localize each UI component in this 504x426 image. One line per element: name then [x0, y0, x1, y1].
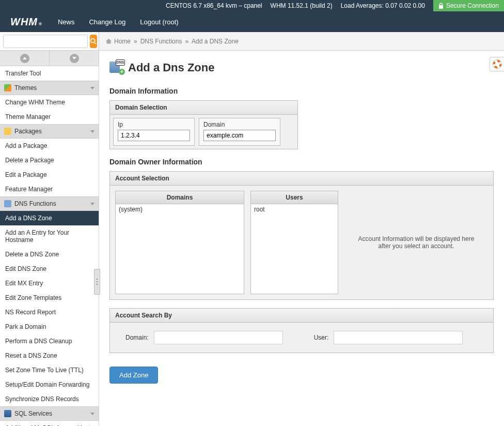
lock-icon: [438, 3, 444, 9]
sql-icon: [4, 410, 11, 417]
section-domain-info: Domain Information: [109, 87, 494, 95]
status-bar: CENTOS 6.7 x86_64 kvm – cpanel WHM 11.52…: [0, 0, 504, 11]
page-title-icon: DNS +: [109, 62, 124, 74]
sidebar-item-park-domain[interactable]: Park a Domain: [0, 320, 99, 334]
panel-account-selection: Account Selection: [110, 172, 493, 186]
sidebar-item-ns-record[interactable]: NS Record Report: [0, 305, 99, 320]
sidebar-cat-themes[interactable]: Themes: [0, 81, 99, 95]
sidebar-item-add-dns-zone[interactable]: Add a DNS Zone: [0, 211, 99, 225]
label-ip: Ip: [118, 121, 190, 128]
chevron-down-icon: [90, 413, 94, 415]
sidebar-item-add-package[interactable]: Add a Package: [0, 139, 99, 153]
add-zone-button[interactable]: Add Zone: [109, 367, 158, 384]
sidebar-item-edit-package[interactable]: Edit a Package: [0, 168, 99, 182]
whm-logo: WHM®: [10, 16, 42, 28]
header-nav: WHM® News Change Log Logout (root): [0, 11, 504, 32]
nav-news[interactable]: News: [58, 18, 75, 26]
users-option-root[interactable]: root: [251, 204, 338, 215]
svg-point-0: [91, 38, 95, 42]
sidebar-splitter[interactable]: [94, 269, 100, 295]
nav-logout[interactable]: Logout (root): [140, 18, 178, 26]
col-users: Users: [250, 191, 338, 204]
breadcrumb: Home » DNS Functions » Add a DNS Zone: [99, 32, 504, 50]
sidebar-item-sync-dns[interactable]: Synchronize DNS Records: [0, 392, 99, 406]
sidebar-item-dns-cleanup[interactable]: Perform a DNS Cleanup: [0, 334, 99, 348]
sidebar-expand-all[interactable]: [50, 51, 99, 66]
status-os: CENTOS 6.7 x86_64 kvm – cpanel: [166, 2, 262, 9]
packages-icon: [4, 128, 11, 135]
search-domain-input[interactable]: [154, 331, 283, 344]
section-owner-info: Domain Owner Information: [109, 158, 494, 166]
input-domain[interactable]: [203, 130, 276, 141]
status-load: Load Averages: 0.07 0.02 0.00: [341, 2, 425, 9]
status-whm: WHM 11.52.1 (build 2): [271, 2, 333, 9]
sidebar-item-reset-dns[interactable]: Reset a DNS Zone: [0, 348, 99, 363]
domains-option-system[interactable]: (system): [116, 204, 244, 215]
sidebar-item-mysql-hosts[interactable]: Additional MySQL Access Hosts: [0, 421, 99, 426]
search-user-label: User:: [314, 334, 329, 341]
search-domain-label: Domain:: [125, 334, 149, 341]
account-info-placeholder: Account Information will be displayed he…: [344, 191, 488, 294]
search-user-input[interactable]: [334, 331, 463, 344]
chevron-down-icon: [90, 203, 94, 205]
sidebar-item-add-a-entry[interactable]: Add an A Entry for Your Hostname: [0, 225, 99, 247]
sidebar-search-input[interactable]: [3, 35, 88, 48]
sidebar-item-delete-dns-zone[interactable]: Delete a DNS Zone: [0, 247, 99, 262]
main-content: DNS + Add a Dns Zone Domain Information …: [99, 51, 504, 426]
chevron-down-icon: [90, 87, 94, 89]
sidebar-item-theme-manager[interactable]: Theme Manager: [0, 110, 99, 124]
sidebar-cat-sql[interactable]: SQL Services: [0, 406, 99, 421]
secure-connection-badge: Secure Connection: [433, 0, 504, 11]
panel-domain-selection: Domain Selection: [110, 101, 297, 115]
sidebar-item-edit-dns-zone[interactable]: Edit DNS Zone: [0, 262, 99, 276]
help-button[interactable]: [490, 57, 504, 71]
sidebar-item-set-ttl[interactable]: Set Zone Time To Live (TTL): [0, 363, 99, 377]
search-icon: [90, 38, 97, 45]
label-domain: Domain: [203, 121, 276, 128]
breadcrumb-cat[interactable]: DNS Functions: [140, 38, 182, 45]
lifebuoy-icon: [493, 59, 502, 69]
home-icon: [105, 38, 112, 44]
sidebar-search: [0, 32, 99, 50]
sidebar-item-delete-package[interactable]: Delete a Package: [0, 153, 99, 168]
chevron-down-icon: [90, 130, 94, 133]
sidebar: Transfer Tool Themes Change WHM Theme Th…: [0, 51, 99, 426]
sidebar-search-button[interactable]: [90, 35, 97, 48]
sidebar-cat-packages[interactable]: Packages: [0, 124, 99, 139]
sidebar-item-feature-manager[interactable]: Feature Manager: [0, 182, 99, 196]
page-title: Add a Dns Zone: [128, 61, 214, 74]
sidebar-item-domain-fwd[interactable]: Setup/Edit Domain Forwarding: [0, 377, 99, 392]
users-list[interactable]: root: [250, 204, 338, 294]
svg-line-1: [94, 42, 97, 44]
themes-icon: [4, 84, 11, 92]
sidebar-item-change-theme[interactable]: Change WHM Theme: [0, 95, 99, 110]
breadcrumb-home[interactable]: Home: [114, 38, 131, 45]
domains-list[interactable]: (system): [115, 204, 244, 294]
sidebar-item-edit-mx[interactable]: Edit MX Entry: [0, 276, 99, 291]
sidebar-item-edit-zone-templates[interactable]: Edit Zone Templates: [0, 291, 99, 305]
sidebar-cat-dns[interactable]: DNS Functions: [0, 196, 99, 211]
breadcrumb-current: Add a DNS Zone: [192, 38, 239, 45]
nav-changelog[interactable]: Change Log: [89, 18, 125, 26]
sidebar-collapse-all[interactable]: [0, 51, 50, 66]
dns-icon: [4, 200, 11, 207]
sidebar-item-transfer-tool[interactable]: Transfer Tool: [0, 66, 99, 81]
input-ip[interactable]: [118, 130, 190, 141]
col-domains: Domains: [115, 191, 244, 204]
panel-account-search: Account Search By: [110, 309, 493, 323]
